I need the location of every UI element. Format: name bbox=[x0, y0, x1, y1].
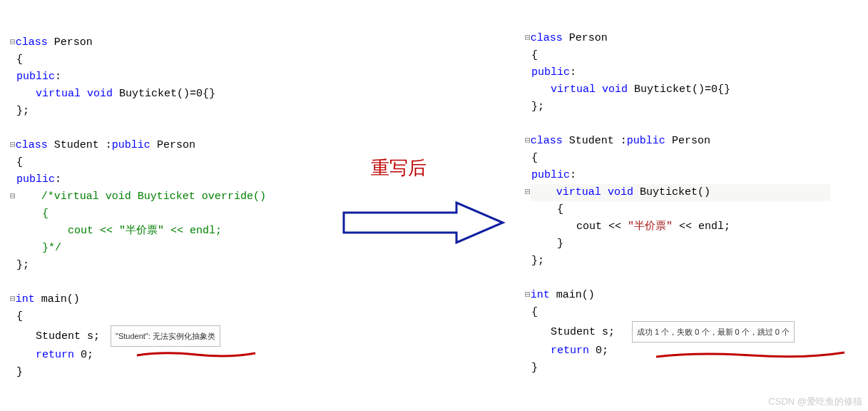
comment: /*virtual void Buyticket override() bbox=[16, 191, 266, 203]
txt: Buyticket() bbox=[633, 186, 710, 198]
txt: Student s; bbox=[10, 330, 100, 342]
txt: { bbox=[531, 306, 538, 318]
error-tooltip: "Student": 无法实例化抽象类 bbox=[111, 325, 220, 347]
kw-virtual: virtual bbox=[556, 186, 601, 198]
txt: : bbox=[570, 169, 576, 181]
kw-public: public bbox=[627, 135, 665, 147]
txt: }; bbox=[531, 101, 544, 113]
txt: << endl; bbox=[673, 220, 730, 233]
txt bbox=[525, 345, 551, 357]
kw-void: void bbox=[602, 83, 628, 96]
comment: { bbox=[16, 208, 48, 220]
comment: }*/ bbox=[16, 242, 61, 254]
txt: }; bbox=[16, 259, 29, 271]
txt: } bbox=[16, 366, 23, 378]
kw-class: class bbox=[531, 32, 563, 44]
txt: : bbox=[55, 71, 61, 83]
comment: cout << bbox=[16, 225, 119, 237]
watermark: CSDN @爱吃鱼的修猫 bbox=[768, 395, 862, 408]
kw-return: return bbox=[36, 349, 74, 361]
kw-class: class bbox=[16, 36, 48, 49]
txt bbox=[10, 88, 36, 100]
kw-return: return bbox=[551, 345, 589, 357]
txt bbox=[531, 186, 556, 198]
txt: } bbox=[531, 362, 538, 374]
txt: Buyticket()=0{} bbox=[113, 88, 215, 100]
txt: { bbox=[16, 54, 23, 66]
txt: Student : bbox=[563, 135, 627, 147]
kw-virtual: virtual bbox=[551, 83, 596, 96]
right-code-block: ⊟class Person { public: virtual void Buy… bbox=[525, 13, 853, 377]
kw-class: class bbox=[16, 139, 48, 151]
error-underline-left bbox=[136, 350, 257, 354]
txt: 0; bbox=[74, 349, 93, 361]
txt: { bbox=[531, 152, 538, 164]
kw-void: void bbox=[87, 88, 113, 100]
kw-public: public bbox=[531, 169, 570, 181]
string: "半价票" bbox=[628, 220, 673, 233]
txt: Person bbox=[150, 139, 195, 151]
kw-public: public bbox=[112, 139, 150, 151]
txt: }; bbox=[531, 255, 544, 267]
txt: 0; bbox=[589, 345, 608, 357]
arrow-label: 重写后 bbox=[371, 156, 427, 181]
txt bbox=[525, 83, 551, 96]
kw-class: class bbox=[531, 135, 563, 147]
txt: { bbox=[531, 203, 563, 215]
txt: Student s; bbox=[525, 326, 615, 338]
txt: }; bbox=[16, 105, 29, 117]
txt: : bbox=[55, 173, 61, 186]
kw-public: public bbox=[16, 173, 55, 186]
txt: main() bbox=[35, 293, 80, 305]
kw-int: int bbox=[531, 289, 550, 301]
kw-void: void bbox=[608, 186, 633, 198]
kw-public: public bbox=[531, 66, 570, 78]
kw-virtual: virtual bbox=[36, 88, 81, 100]
success-underline-right bbox=[655, 350, 847, 354]
txt: cout << bbox=[525, 220, 628, 233]
comment: "半价票" bbox=[119, 225, 164, 237]
txt bbox=[10, 349, 36, 361]
arrow-icon bbox=[342, 201, 506, 248]
left-code-block: ⊟class Person { public: virtual void Buy… bbox=[10, 17, 331, 381]
txt: Buyticket()=0{} bbox=[628, 83, 730, 96]
txt: { bbox=[531, 49, 538, 61]
txt: } bbox=[531, 238, 563, 250]
txt: Student : bbox=[48, 139, 112, 151]
txt: Person bbox=[563, 32, 608, 44]
txt: Person bbox=[48, 36, 93, 49]
txt: main() bbox=[550, 289, 595, 301]
kw-int: int bbox=[16, 293, 35, 305]
txt: : bbox=[570, 66, 576, 78]
txt: { bbox=[16, 156, 23, 168]
kw-public: public bbox=[16, 71, 55, 83]
txt: { bbox=[16, 310, 23, 323]
svg-marker-0 bbox=[344, 203, 503, 243]
txt: Person bbox=[665, 135, 710, 147]
success-tooltip: 成功 1 个，失败 0 个，最新 0 个，跳过 0 个 bbox=[632, 321, 795, 342]
comment: << endl; bbox=[164, 225, 222, 237]
